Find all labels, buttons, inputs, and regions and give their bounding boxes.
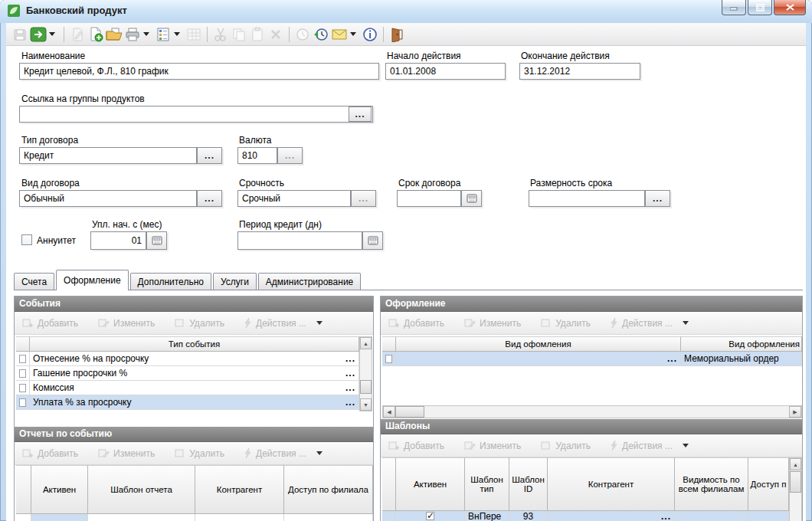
minimize-button[interactable] [722, 0, 746, 15]
events-edit-button: Изменить [98, 318, 155, 329]
events-add-button: Добавить [22, 318, 78, 329]
post-button[interactable] [29, 26, 47, 43]
mail-dropdown-arrow[interactable] [350, 32, 356, 36]
event-reports-table: Активен Шаблон отчета Контрагент Доступ … [16, 465, 373, 521]
row-picker-button[interactable]: ... [667, 353, 677, 364]
product-groups-label: Ссылка на группы продуктов [21, 93, 145, 104]
contract-kind-input[interactable] [19, 190, 197, 207]
name-input[interactable] [19, 63, 379, 80]
table-grid-icon [185, 26, 203, 43]
urgency-input[interactable] [237, 190, 351, 207]
urgency-label: Срочность [239, 178, 284, 188]
start-date-input[interactable] [385, 63, 506, 80]
print-icon[interactable] [123, 26, 142, 43]
table-row-selected[interactable]: ВнПере 93 ... [382, 511, 789, 521]
delete-icon [267, 26, 285, 43]
contract-term-calc-button[interactable] [461, 190, 482, 207]
contract-term-input[interactable] [397, 190, 461, 207]
templates-edit-button: Изменить [464, 441, 521, 451]
currency-picker-button[interactable]: ... [277, 147, 303, 164]
events-vertical-scrollbar[interactable]: ▲ ▼ [359, 336, 372, 411]
table-row-selected[interactable]: Уплата % за просрочку... [16, 395, 359, 410]
row-checkbox[interactable] [19, 355, 26, 363]
post-dropdown-arrow[interactable] [49, 32, 55, 36]
product-groups-input[interactable] [19, 106, 373, 123]
edit-icon [68, 26, 87, 43]
app-icon [8, 5, 20, 17]
row-picker-button[interactable]: ... [345, 382, 355, 393]
scrollbar-thumb[interactable] [790, 471, 801, 493]
scroll-right-button[interactable]: ▶ [789, 406, 801, 418]
info-icon[interactable] [361, 26, 379, 43]
urgency-picker-button[interactable]: ... [351, 190, 376, 207]
contract-kind-picker-button[interactable]: ... [197, 190, 222, 207]
column-header: Шаблон ID [509, 457, 548, 511]
app-window: Банковский продукт [0, 0, 812, 521]
table-row[interactable]: Комиссия... [16, 381, 359, 395]
product-groups-picker-button[interactable]: ... [349, 106, 372, 122]
registration-panel: Оформление Добавить Изменить Удалить Дей… [380, 296, 803, 521]
scrollbar-thumb[interactable] [395, 406, 424, 418]
row-checkbox-checked[interactable] [426, 512, 434, 520]
table-row-selected[interactable]: ... Мемориальный ордер [382, 352, 802, 366]
column-header: Активен [396, 457, 465, 511]
row-checkbox[interactable] [19, 384, 26, 392]
term-dimension-picker-button[interactable]: ... [645, 190, 670, 207]
row-picker-button[interactable]: ... [345, 353, 355, 364]
tab-services[interactable]: Услуги [213, 273, 257, 290]
open-folder-icon[interactable] [105, 26, 123, 43]
credit-period-input[interactable] [237, 231, 362, 250]
templates-vertical-scrollbar[interactable]: ▲ [789, 457, 802, 521]
reports-icon[interactable] [154, 26, 172, 43]
accrual-start-label: Упл. нач. с (мес) [92, 219, 162, 230]
row-picker-button[interactable]: ... [345, 397, 355, 408]
scroll-left-button[interactable]: ◀ [383, 406, 395, 418]
close-button[interactable] [774, 0, 806, 15]
row-checkbox[interactable] [19, 398, 26, 407]
mail-icon[interactable] [330, 26, 349, 43]
start-date-label: Начало действия [387, 51, 461, 61]
column-header: Контрагент [195, 465, 284, 514]
tab-additional[interactable]: Дополнительно [130, 273, 211, 290]
reports-dropdown-arrow[interactable] [174, 32, 180, 36]
tab-administration[interactable]: Администрирование [258, 273, 361, 290]
titlebar[interactable]: Банковский продукт [0, 0, 812, 23]
currency-label: Валюта [239, 135, 271, 146]
paste-icon [248, 26, 267, 43]
exit-icon[interactable] [388, 26, 406, 43]
credit-period-calc-button[interactable] [362, 231, 383, 250]
tab-accounts[interactable]: Счета [14, 273, 54, 290]
table-row[interactable]: Гашение просрочки %... [16, 366, 359, 381]
row-checkbox[interactable] [19, 369, 26, 378]
registration-add-button: Добавить [388, 318, 444, 329]
term-dimension-input[interactable] [529, 190, 645, 207]
table-row-partial[interactable] [16, 514, 373, 521]
column-header: Шаблон тип [465, 457, 509, 511]
currency-input[interactable] [237, 147, 277, 164]
scroll-up-button[interactable]: ▲ [360, 337, 372, 349]
edit-icon [464, 441, 476, 451]
window-title: Банковский продукт [26, 5, 127, 16]
edit-icon [98, 318, 110, 328]
history-icon[interactable] [312, 26, 330, 43]
new-document-icon[interactable] [87, 26, 105, 43]
row-picker-button[interactable]: ... [345, 368, 355, 378]
accrual-start-input[interactable] [90, 231, 146, 250]
accrual-start-calc-button[interactable] [146, 231, 167, 250]
tab-registration[interactable]: Оформление [56, 270, 128, 290]
maximize-button[interactable] [748, 0, 772, 15]
registration-horizontal-scrollbar[interactable]: ◀ ▶ [382, 405, 802, 418]
table-row[interactable]: Отнесение % на просрочку... [16, 352, 359, 366]
print-dropdown-arrow[interactable] [143, 32, 149, 36]
scroll-up-button[interactable]: ▲ [790, 458, 801, 470]
scrollbar-thumb[interactable] [360, 380, 372, 394]
end-date-input[interactable] [519, 63, 640, 80]
row-picker-button[interactable]: ... [661, 511, 671, 521]
scroll-down-button[interactable]: ▼ [360, 398, 372, 411]
contract-type-picker-button[interactable]: ... [197, 147, 222, 164]
row-checkbox[interactable] [385, 355, 392, 363]
contract-type-input[interactable] [19, 147, 197, 164]
end-date-label: Окончание действия [521, 51, 610, 61]
annuity-checkbox[interactable] [21, 234, 32, 245]
templates-actions-button: Действия ... [611, 441, 689, 451]
